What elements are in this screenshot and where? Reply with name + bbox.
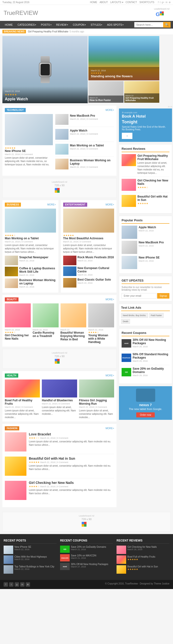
- beauty-more-link[interactable]: MORE+: [105, 298, 114, 301]
- biz-woman-laptop-article[interactable]: Business Woman Working on Laptop March 2…: [55, 159, 114, 172]
- health-more-link[interactable]: MORE+: [105, 374, 114, 377]
- sunhat-article[interactable]: Beautiful Girl with Hat in Sun ★★★★★ Mar…: [5, 456, 114, 478]
- coupon-item-0[interactable]: mmt 30% Off All New Hosting Packages Mar…: [122, 338, 169, 351]
- footer-post-1[interactable]: Cities With the Most Highways March 22, …: [4, 556, 57, 564]
- treadmill-article[interactable]: March 22, 2016 Cardio Running on a Tread…: [33, 304, 59, 344]
- top-nav-contact[interactable]: CONTACT: [126, 1, 137, 4]
- tablet-article[interactable]: Man Working on a Tablet March 22, 2016 |…: [55, 144, 114, 157]
- footer-review-1[interactable]: Bowl Full of Healthy Fruits ★★★★★: [116, 556, 169, 564]
- review-item-1[interactable]: Girl Checking her New Nails ★★★★☆: [122, 179, 169, 193]
- footer-facebook-icon[interactable]: f: [4, 582, 8, 587]
- test-ad-1[interactable]: Paid Faster: [149, 313, 164, 318]
- jogging-title: Fitness Girl Jogging Morning Run: [79, 399, 114, 406]
- apple-watch-tech-article[interactable]: Apple Watch March 22, 2016 | 0 Comment: [55, 129, 114, 142]
- technology-more-link[interactable]: MORE+: [105, 109, 114, 111]
- popular-post-0[interactable]: Apple Watch March 22, 2016: [122, 226, 169, 239]
- popular-post-2[interactable]: New iPhone SE March 22, 2016: [122, 256, 169, 269]
- hotel-ad[interactable]: ⚙ example.com Book A Hotel Tonight Speci…: [119, 108, 172, 142]
- business-small-3[interactable]: Business Woman Working on Laptop March 2…: [5, 278, 56, 289]
- review-item-0[interactable]: Girl Preparing Healthy Fruit Milkshake L…: [122, 154, 169, 177]
- nav-coupon[interactable]: COUPON ▾: [70, 21, 88, 28]
- macbook-article[interactable]: New MacBook Pro March 22, 2016 | 0 Comme…: [55, 114, 114, 127]
- googleplus-icon[interactable]: g+: [162, 1, 164, 4]
- hotel-title: Book A Hotel: [122, 114, 169, 118]
- nav-styles[interactable]: STYLES ▾: [88, 21, 104, 28]
- hero-bottom-left[interactable]: March 22 How to Run Faster: [88, 81, 123, 103]
- footer-review-0[interactable]: Girl Checking for New Nails March 29, 20…: [116, 546, 169, 554]
- rss-icon[interactable]: ⊕: [169, 1, 170, 4]
- hero-main-article[interactable]: March 22, 2016 ★★★★★ Apple Watch: [3, 36, 88, 103]
- business-entertainment-row: BUSINESS MORE+ ★★★★☆ Man Working on a Ta…: [3, 200, 116, 292]
- breaking-news-text[interactable]: Girl Preparing Healthy Fruit Milkshake: [28, 30, 68, 33]
- categories-arrow: ▾: [35, 24, 36, 26]
- entertainment-main-title[interactable]: The Most Beautiful Actresses: [63, 237, 114, 240]
- facebook-icon[interactable]: f: [158, 1, 158, 4]
- top-nav-about[interactable]: ABOUT: [99, 1, 108, 4]
- entertainment-more-link[interactable]: MORE+: [105, 203, 114, 206]
- fashion-more-link[interactable]: MORE+: [105, 427, 114, 430]
- svg-rect-2: [160, 14, 162, 15]
- bracelet-article[interactable]: Love Bracelet ★★★☆☆ March 22, 2016 | 0 C…: [5, 432, 114, 454]
- top-nav-home[interactable]: HOME: [90, 1, 97, 4]
- handbag-article[interactable]: March 22, 2016 ★★★★☆ Young Woman with a …: [88, 304, 114, 344]
- test-ad-0[interactable]: Need Bricks. Buy bricks.: [121, 313, 148, 318]
- footer-coupon-info-2: 30% Off All New Hosting Packages March 2…: [71, 563, 108, 570]
- fashion-nails-article[interactable]: Girl Checking her New Nails ★★★★☆ March …: [5, 481, 114, 502]
- nexus-order-button[interactable]: Order now: [136, 412, 155, 418]
- footer-post-0[interactable]: New iPhone SE March 22, 2016: [4, 546, 57, 554]
- footer-gplus-icon[interactable]: g: [15, 582, 19, 587]
- business-small-1[interactable]: Snapchat Newspaper March 22, 2016: [5, 256, 56, 265]
- jogging-article[interactable]: Fitness Girl Jogging Morning Run March 2…: [79, 380, 114, 419]
- posts-arrow: ▾: [51, 24, 51, 26]
- hero-main-date: March 22, 2016: [5, 90, 85, 92]
- popular-post-1[interactable]: New MacBook Pro March 22, 2016: [122, 241, 169, 254]
- linkedin-icon[interactable]: in: [165, 1, 167, 4]
- hero-top-right-article[interactable]: March 22, 2016 ★★★★★ Standing among the …: [88, 36, 159, 80]
- business-main-title[interactable]: Man Working on a Tablet: [5, 237, 56, 240]
- newsletter-email-input[interactable]: [122, 293, 156, 298]
- newsletter-signup-button[interactable]: Signup: [157, 293, 169, 298]
- search-input[interactable]: [134, 22, 163, 27]
- top-bar-nav[interactable]: HOME ABOUT LAYOUTS ▾ CONTACT SHORTCUTS: [90, 1, 154, 4]
- twitter-icon[interactable]: t: [160, 1, 160, 4]
- nexus-ad[interactable]: nexus 7 The new tablet from Google. Orde…: [119, 386, 172, 420]
- nav-posts[interactable]: POSTS ▾: [39, 21, 54, 28]
- footer-review-2[interactable]: Beautiful Girl with Hat in Sun ★★★★★: [116, 565, 169, 574]
- site-logo[interactable]: TrueREVIEW: [4, 10, 38, 16]
- ent-small-3[interactable]: Best Classic Guitar Solo March 22, 2016: [63, 278, 114, 288]
- sunhat-excerpt: Lorem ipsum dolor sit amet, consectetur …: [29, 464, 114, 471]
- blueberries-title: Handful of Blueberries: [42, 399, 77, 402]
- technology-label: TECHNOLOGY: [5, 108, 26, 112]
- healthy-fruits-article[interactable]: Bowl Full of Healthy Fruits March 22, 20…: [5, 380, 40, 419]
- hotel-button[interactable]: ›: [122, 133, 132, 139]
- top-nav-layouts[interactable]: LAYOUTS ▾: [110, 1, 123, 4]
- nav-review[interactable]: REVIEW ▾: [54, 21, 70, 28]
- coupon-item-1[interactable]: bluehost 50% Off Standard Hosting Packag…: [122, 352, 169, 365]
- handbag-stars: ★★★★☆: [88, 331, 99, 334]
- business-more-link[interactable]: MORE+: [47, 203, 56, 206]
- nav-home[interactable]: HOME: [3, 21, 15, 28]
- footer-coupon-2[interactable]: mmt 30% Off All New Hosting Packages Mar…: [60, 563, 113, 570]
- business-small-2[interactable]: Coffee & Laptop Business Work Still Life…: [5, 267, 56, 277]
- footer-coupon-1[interactable]: maxcdn Save 10% on MAXCDN March 21, 2016: [60, 554, 113, 562]
- search-button[interactable]: 🔍: [163, 22, 170, 28]
- footer-twitter-icon[interactable]: t: [9, 582, 14, 587]
- iphone-se-article[interactable]: ★★★★★ New iPhone SE March 22, 2016 | 0 C…: [5, 114, 53, 173]
- nav-categories[interactable]: CATEGORIES ▾: [15, 21, 39, 28]
- test-ad-2[interactable]: Deals: [121, 319, 130, 324]
- coffee-title: Coffee & Laptop Business Work Still Life: [19, 267, 56, 274]
- ent-small-1[interactable]: Rock Music Festivals 2016 March 22, 2016: [63, 256, 114, 265]
- footer-linkedin-icon[interactable]: in: [20, 582, 25, 587]
- nails-article[interactable]: March 22, 2016 ★★★★☆ Girl Checking her N…: [5, 304, 31, 344]
- review-item-2[interactable]: Beautiful Girl with Hat in Sun ★★★★★: [122, 195, 169, 209]
- blueberries-article[interactable]: Handful of Blueberries March 22, 2016 | …: [42, 380, 77, 419]
- coupon-item-2[interactable]: GD Save 20% on GoDaddy Domains March 29,…: [122, 367, 169, 379]
- top-nav-shortcuts[interactable]: SHORTCUTS: [139, 1, 154, 4]
- morning-article[interactable]: March 22 Beautiful Woman Enjoying Mornin…: [61, 304, 87, 344]
- nav-ads-spots[interactable]: ADS SPOTS ▾: [104, 21, 126, 28]
- ent-small-2[interactable]: New European Cultural Centre March 22, 2…: [63, 266, 114, 277]
- footer-post-2[interactable]: Top Tallest Buildings in New York City M…: [4, 565, 57, 574]
- footer-rss-icon[interactable]: ⊕: [26, 582, 30, 587]
- hero-bottom-right[interactable]: March 22 Girl Preparing Healthy Fruit Mi…: [124, 81, 159, 103]
- footer-coupon-0[interactable]: GD Save 20% on GoDaddy Domains March 21,…: [60, 546, 113, 553]
